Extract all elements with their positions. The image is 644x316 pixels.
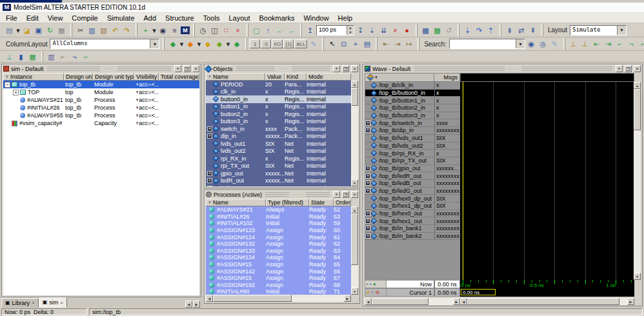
objects-row[interactable]: rpi_RX_inxRegis...Internal [206,155,351,163]
spin-arrow-buttons[interactable]: ▲▼ [347,26,354,35]
panel-dock-button[interactable]: + [333,191,340,198]
wave-signal-row[interactable]: +/top_tb/hex0_outxxxxxxxx [365,210,460,218]
wave-signal-row[interactable]: /top_tb/button3_inx [365,112,460,120]
step-over-icon[interactable]: ↷ [474,25,485,35]
force-value-button[interactable]: [1] [283,39,294,48]
tab-close-icon[interactable]: × [32,300,35,306]
scroll-down-icon[interactable]: ▼ [351,288,358,295]
objects-column-header[interactable]: ▼NameValueKindMode [206,73,351,81]
scroll-thumb[interactable] [351,88,358,106]
wave-signal-row[interactable]: /top_tb/button2_inx [365,104,460,112]
expand-expander-icon[interactable]: + [207,186,212,186]
wave-signal-row[interactable]: /top_tb/lvds_out2StX [365,143,460,150]
menu-compile[interactable]: Compile [67,14,102,23]
scroll-thumb[interactable] [467,298,619,305]
scroll-left-icon[interactable]: ◀ [206,295,213,302]
step-over-current-icon[interactable]: ⇄ [516,25,527,35]
panel-dock-button[interactable]: + [174,65,181,72]
objects-row[interactable]: +ledB_outxxxxx...NetInternal [206,184,351,186]
wave-signal-row[interactable]: +/top_tb/ledR_outxxxxxxxx [365,172,460,180]
search-options-icon[interactable]: ✎ [549,39,560,49]
prev-falling-edge-icon[interactable]: ⇤ [591,39,602,49]
env-up-icon[interactable]: ↑ [263,25,274,35]
panel-drag-grip[interactable] [414,66,505,71]
expand-expander-icon[interactable]: + [13,90,19,95]
tab-library[interactable]: ▣Library× [1,298,39,308]
scroll-track[interactable] [213,295,344,302]
tab-scroll-left-icon[interactable]: ◀ [185,301,192,308]
menu-structure[interactable]: Structure [161,14,199,23]
sim-tree-row[interactable]: #ALWAYS#21top_tbProcess+acc=<... [3,96,199,104]
prev-edge-icon[interactable]: ⌐ [638,39,644,49]
expand-expander-icon[interactable]: + [365,226,370,231]
panel-close-button[interactable]: × [192,65,199,72]
wave-signal-row[interactable]: /top_tb/clk_inx [365,82,460,90]
break-icon[interactable]: × [390,25,401,35]
menu-add[interactable]: Add [139,14,161,23]
compile-all-icon[interactable]: ◫ [209,25,220,35]
cut-icon[interactable]: ✂ [75,25,86,35]
scroll-thumb[interactable] [213,295,292,302]
objects-row[interactable]: +dip_inxxxxx...Pack...Internal [206,133,351,141]
print-icon[interactable]: ▦ [56,25,67,35]
wave-signal-row[interactable]: /top_tb/lvds_out1StX [365,135,460,143]
pan-mode-icon[interactable]: + [350,39,361,49]
expand-expander-icon[interactable]: + [365,233,370,239]
scroll-track[interactable] [467,298,627,305]
scroll-thumb[interactable] [351,213,358,265]
wave-timeline-ruler[interactable]: 0 ns0.5 ns1 ns [460,280,634,288]
menu-edit[interactable]: Edit [22,14,43,23]
save-icon[interactable]: ▣ [33,25,44,35]
expand-expander-icon[interactable]: + [365,128,370,133]
open-icon[interactable]: ◪ [21,25,32,35]
panel-drag-grip[interactable] [236,66,274,71]
process-row[interactable]: #ASSIGN#15AssignReady67 [206,275,351,282]
menu-tools[interactable]: Tools [199,14,225,23]
new-file-icon[interactable]: ▤ [4,25,15,35]
sim-column-total-coverage[interactable]: Total coverage [159,73,199,81]
wave-signal-row[interactable]: /top_tb/button1_inx [365,97,460,104]
abort-compile-icon[interactable]: × [232,25,243,35]
objects-panel-header[interactable]: Objects ····· + ◳ × [205,64,359,73]
objects-row[interactable]: +ledR_outxxxxx...NetInternal [206,177,351,185]
add-to-dataflow-dropdown-icon[interactable]: ▾ [225,39,230,49]
panel-undock-button[interactable]: ◳ [625,65,632,72]
add-to-list-icon[interactable]: ◆ [185,39,196,49]
wave-cursor-line[interactable] [463,82,463,280]
step-out-icon[interactable]: ⇡ [485,25,496,35]
sim-tree-row[interactable]: −top_tbtop_tbModule+acc=<... [3,81,199,88]
add-to-list-dropdown-icon[interactable]: ▾ [196,39,201,49]
process-row[interactable]: #ASSIGN#142AssignReady66 [206,268,351,275]
processes-vertical-scrollbar[interactable]: ▲ ▼ [351,206,358,295]
add-to-log-icon[interactable]: ◆ [202,39,213,49]
expand-expander-icon[interactable]: + [365,121,370,126]
find-icon[interactable]: ◉ [157,25,168,35]
scroll-up-icon[interactable]: ▲ [351,206,358,213]
objects-row[interactable]: button3_inxRegis...Internal [206,118,351,126]
force-io-button[interactable]: I/O [272,39,283,48]
wave-signal-row[interactable]: +/top_tb/in_bank2xxxxxxxx [365,233,460,241]
wave-virtual-icon[interactable]: ▥ [46,52,57,62]
scroll-thumb[interactable] [634,89,641,130]
scroll-up-icon[interactable]: ▲ [634,82,641,89]
search-up-icon[interactable]: ◎ [538,39,548,49]
sim-tree-row[interactable]: #ALWAYS#55top_tbProcess+acc=<... [3,112,199,119]
expand-expander-icon[interactable]: + [207,126,212,132]
wave-vertical-scrollbar[interactable]: ▲ ▼ [634,82,641,280]
wave-signal-row[interactable]: +/top_tb/gpio_outxxxxxx... [365,165,460,173]
new-file-dropdown-icon[interactable]: ▾ [15,25,21,35]
wave-zoom-mode-icon[interactable]: ● [373,282,376,287]
scroll-left-icon[interactable]: ◀ [460,298,467,305]
wave-plot-area[interactable] [460,82,634,280]
process-row[interactable]: #ASSIGN#124AssignReady61 [206,233,351,241]
search-input[interactable]: ▼ [449,39,525,49]
run-icon[interactable]: ↧ [355,25,366,35]
search-down-icon[interactable]: ◉ [526,39,537,49]
process-row[interactable]: #ALWAYS#21AlwaysReady52 [206,206,351,213]
run-all-icon[interactable]: ⇊ [378,25,389,35]
spin-up-icon[interactable]: ▲ [347,26,354,30]
next-edge-icon[interactable]: ↦ [403,39,414,49]
scroll-up-icon[interactable]: ▲ [351,81,358,88]
zoom-mode-icon[interactable]: ⊡ [338,39,349,49]
process-row[interactable]: #INITIAL#90InitialReady71 [206,288,351,295]
